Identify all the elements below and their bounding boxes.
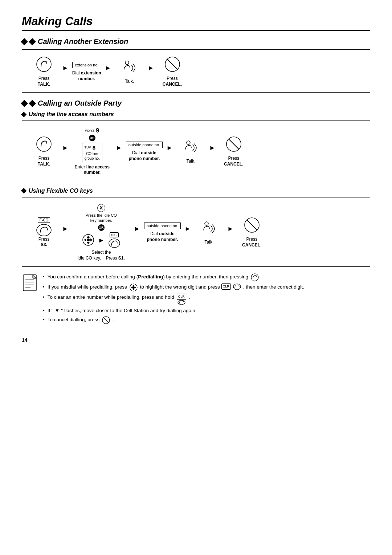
svg-marker-29 (135, 286, 136, 289)
svg-line-3 (167, 59, 177, 69)
step-extension-number: extension no. Dial extensionnumber. (72, 62, 101, 82)
la-arrow-4: ► (209, 144, 216, 159)
arrow-2: ► (105, 64, 111, 79)
svg-marker-28 (131, 286, 132, 289)
flexible-co-diagram: F-CO PressS3. ► X Press the idle COkey n… (22, 197, 370, 267)
fco-step-talk-sound: Talk. (195, 220, 224, 245)
sel-key-icon: SEL (110, 232, 119, 237)
fco-arrow-3: ► (184, 225, 191, 240)
svg-marker-10 (87, 236, 90, 238)
arrow-1: ► (62, 64, 69, 79)
note-5: To cancel dialling, press . (43, 316, 304, 324)
fco-arrow-4: ► (227, 225, 234, 240)
svg-marker-27 (132, 289, 135, 290)
svg-line-18 (247, 220, 257, 230)
la-arrow-1: ► (62, 144, 69, 159)
note-4: If " ▼ " flashes, move closer to the Cel… (43, 307, 304, 314)
la-step-talk: PressTALK. (29, 136, 58, 167)
la-cancel-label: PressCANCEL. (224, 156, 243, 167)
clr-box-1: CLR (221, 283, 231, 290)
section-calling-another-extension: Calling Another Extension PressTALK. ► e… (22, 37, 370, 93)
outside-phone-box-label: outside phone no. (126, 142, 163, 148)
fco-arrow-2: ► (134, 225, 140, 240)
or-badge-1: OR (89, 135, 95, 141)
notes-list: You can confirm a number before calling … (43, 273, 304, 327)
press-idle-co-label: Press the idle COkey number. (86, 213, 117, 223)
fco-step-cancel: PressCANCEL. (237, 217, 266, 248)
step-talk-label: PressTALK. (38, 76, 50, 87)
la-talk-icon (36, 136, 52, 154)
la-step-talk-sound: Talk. (176, 139, 205, 164)
step-talk-btn: PressTALK. (29, 56, 58, 87)
la-dial-outside-label: Dial outsidephone number. (128, 150, 160, 162)
svg-point-1 (125, 61, 129, 65)
svg-line-34 (103, 318, 109, 323)
diamond-icon-1 (21, 38, 28, 45)
fco-outside-phone-box: outside phone no. (144, 223, 181, 229)
svg-point-15 (109, 239, 120, 248)
svg-point-8 (37, 224, 51, 236)
talk-button-icon (36, 56, 52, 74)
subsection-title-line-access: Using the line access numbers (22, 111, 370, 118)
extension-box-label: extension no. (72, 62, 101, 68)
page-number: 14 (22, 337, 370, 343)
page-title: Making Calls (22, 15, 370, 28)
extension-diagram: PressTALK. ► extension no. Dial extensio… (22, 49, 370, 93)
svg-marker-13 (90, 238, 93, 241)
svg-point-24 (251, 274, 258, 281)
svg-point-16 (205, 222, 208, 225)
co-line-box: TUV 8 CO linegroup no. (82, 143, 102, 162)
svg-marker-12 (84, 238, 86, 241)
svg-point-0 (37, 57, 51, 72)
la-talk-sound-icon (182, 139, 200, 157)
la-step-outside-phone: outside phone no. Dial outsidephone numb… (126, 142, 163, 162)
fco-select-label: Select theidle CO key. Press S1. (78, 250, 125, 261)
svg-point-32 (178, 300, 185, 305)
subsection-flexible-co-text: Using Flexible CO keys (29, 188, 93, 194)
notes-icon (22, 273, 38, 295)
notes-section: You can confirm a number before calling … (22, 273, 370, 327)
section-title-outside: Calling an Outside Party (22, 99, 370, 107)
subsection-title-flexible-co: Using Flexible CO keys (22, 188, 370, 194)
la-step-keypad: WXYZ 9 OR TUV 8 CO linegroup no. Enter l… (72, 127, 112, 176)
fco-step-select: X Press the idle COkey number. OR (72, 204, 130, 261)
fco-inner-arrow: ► (98, 237, 105, 244)
step-cancel-btn: PressCANCEL. (158, 56, 187, 87)
svg-point-4 (37, 137, 51, 151)
fco-talk-label: Talk. (205, 240, 214, 245)
or-badge-2: OR (98, 224, 105, 231)
diamond-small-2 (21, 188, 27, 194)
cancel-button-icon (164, 56, 180, 74)
section-outside-text: Calling an Outside Party (38, 99, 122, 107)
subsection-line-access-text: Using the line access numbers (29, 111, 114, 118)
note-3: To clear an entire number while prediall… (43, 294, 304, 305)
fco-cancel-label: PressCANCEL. (242, 237, 261, 248)
nav-cross-icon (82, 234, 94, 247)
arrow-3: ► (148, 64, 154, 79)
diamond-icon-4 (29, 100, 36, 107)
title-divider (22, 30, 370, 31)
section-title-text: Calling Another Extension (38, 37, 128, 46)
talk-sound-icon (121, 59, 139, 77)
cancel-label: PressCANCEL. (163, 76, 182, 87)
clr-box-2: CLR (177, 294, 186, 300)
line-access-diagram: PressTALK. ► WXYZ 9 OR TUV 8 CO linegrou (22, 121, 370, 181)
fco-cancel-icon (244, 217, 260, 235)
fco-label: F-CO (38, 217, 50, 223)
section-title-extension: Calling Another Extension (22, 37, 370, 46)
fco-step: F-CO PressS3. (29, 217, 58, 248)
la-talk-label2: Talk. (187, 159, 196, 164)
la-arrow-3: ► (166, 144, 173, 159)
diamond-icon-2 (29, 38, 36, 45)
fco-step-outside-phone: outside phone no. Dial outsidephone numb… (144, 223, 181, 242)
fco-step-label: PressS3. (38, 237, 50, 248)
x-key-icon: X (97, 204, 105, 212)
svg-point-14 (87, 238, 90, 241)
note-1: You can confirm a number before calling … (43, 273, 304, 281)
fco-arrow-1: ► (62, 225, 69, 240)
svg-point-30 (132, 286, 135, 289)
svg-marker-26 (132, 285, 135, 286)
section-calling-outside-party: Calling an Outside Party Using the line … (22, 99, 370, 266)
svg-point-5 (187, 141, 190, 144)
la-cancel-icon (226, 136, 242, 154)
